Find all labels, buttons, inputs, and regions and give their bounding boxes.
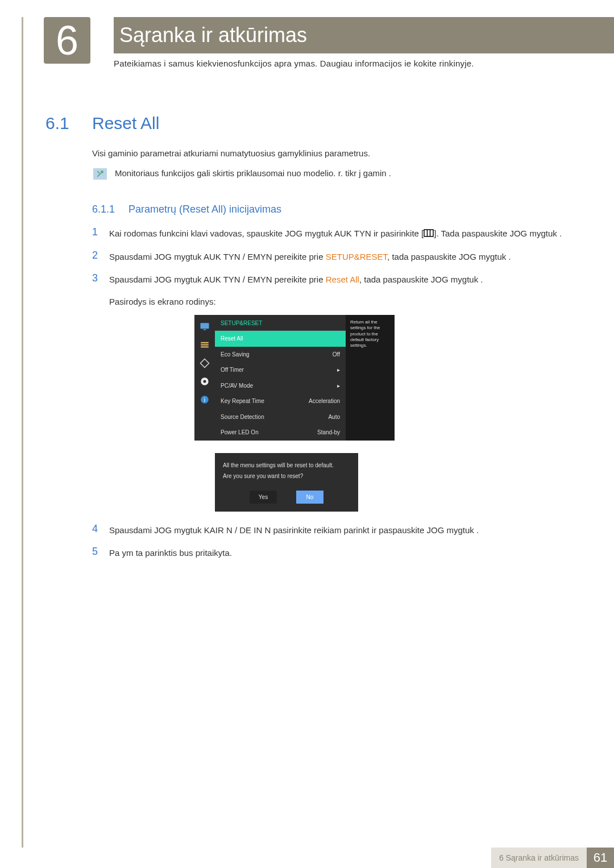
svg-rect-4 <box>204 329 206 330</box>
chapter-title-bar: Sąranka ir atkūrimas <box>114 17 614 53</box>
svg-rect-6 <box>201 344 209 345</box>
osd-row-label: PC/AV Mode <box>221 381 253 391</box>
step-text: Spausdami JOG mygtuk KAIR N / DE IN N pa… <box>109 523 479 538</box>
steps-list-continued: 4 Spausdami JOG mygtuk KAIR N / DE IN N … <box>92 523 569 569</box>
yes-button[interactable]: Yes <box>250 491 277 504</box>
left-margin-stripe <box>22 17 23 848</box>
step-text-part: Spausdami JOG mygtuk AUK TYN / EMYN pere… <box>109 252 326 261</box>
osd-row-value: Auto <box>328 412 340 422</box>
section-title: Reset All <box>92 114 159 133</box>
section-intro-text: Visi gaminio parametrai atkuriami numaty… <box>92 147 370 160</box>
osd-row-label: Reset All <box>221 334 243 344</box>
info-note: Monitoriaus funkcijos gali skirtis prikl… <box>93 168 391 180</box>
resize-icon <box>198 357 211 369</box>
osd-row-value: Stand-by <box>317 427 340 438</box>
page-footer: 6 Sąranka ir atkūrimas 61 <box>0 848 614 868</box>
no-button[interactable]: No <box>296 491 323 504</box>
osd-row-reset-all: Reset All <box>215 331 346 347</box>
osd-dialog-text: All the menu settings will be reset to d… <box>223 461 350 480</box>
step-text-part: Spausdami JOG mygtuk AUK TYN / EMYN pere… <box>109 275 326 284</box>
osd-row-value: Acceleration <box>309 396 340 406</box>
step-text: Spausdami JOG mygtuk AUK TYN / EMYN pere… <box>109 250 511 264</box>
osd-description-panel: Return all the settings for the product … <box>346 315 395 441</box>
step-text-part: Kai rodomas funkcini klavi vadovas, spau… <box>109 229 424 238</box>
info-circle-icon: i <box>198 393 211 406</box>
osd-dialog-buttons: Yes No <box>223 491 350 504</box>
steps-list: 1 Kai rodomas funkcini klavi vadovas, sp… <box>92 226 569 531</box>
info-icon <box>93 168 107 180</box>
step-5: 5 Pa ym ta parinktis bus pritaikyta. <box>92 546 569 560</box>
osd-row-label: Power LED On <box>221 427 259 438</box>
step-text: Pa ym ta parinktis bus pritaikyta. <box>109 546 232 560</box>
osd-screenshot: i SETUP&RESET Reset All Eco SavingOff Of… <box>194 315 483 512</box>
step-number: 4 <box>92 523 109 538</box>
section-number: 6.1 <box>45 114 69 133</box>
svg-point-9 <box>204 380 206 383</box>
step-text: Spausdami JOG mygtuk AUK TYN / EMYN pere… <box>109 272 483 523</box>
footer-chapter-label: 6 Sąranka ir atkūrimas <box>491 848 587 868</box>
svg-rect-5 <box>201 342 209 343</box>
info-note-text: Monitoriaus funkcijos gali skirtis prikl… <box>115 168 391 178</box>
step-text: Kai rodomas funkcini klavi vadovas, spau… <box>109 226 562 242</box>
osd-dialog-line: All the menu settings will be reset to d… <box>223 461 350 470</box>
subsection-number: 6.1.1 <box>92 203 115 215</box>
chapter-subtitle: Pateikiamas i samus kiekvienosfunkcijos … <box>114 57 474 70</box>
step-4: 4 Spausdami JOG mygtuk KAIR N / DE IN N … <box>92 523 569 538</box>
footer-page-number: 61 <box>587 848 614 868</box>
osd-row-off-timer: Off Timer▸ <box>215 362 346 378</box>
monitor-icon <box>198 321 211 333</box>
step-text-part: , tada paspauskite JOG mygtuk . <box>387 252 511 261</box>
osd-row-value: Off <box>333 350 340 360</box>
highlight-setup-reset: SETUP&RESET <box>326 252 387 261</box>
svg-rect-7 <box>201 346 209 347</box>
svg-rect-3 <box>201 323 209 329</box>
step-number: 2 <box>92 250 109 264</box>
step-2: 2 Spausdami JOG mygtuk AUK TYN / EMYN pe… <box>92 250 569 264</box>
step-text-part: , tada paspauskite JOG mygtuk . <box>359 275 483 284</box>
highlight-reset-all: Reset All <box>326 275 359 284</box>
osd-row-label: Key Repeat Time <box>221 396 264 406</box>
osd-row-power-led: Power LED OnStand-by <box>215 425 346 441</box>
osd-row-label: Eco Saving <box>221 350 250 360</box>
osd-row-eco-saving: Eco SavingOff <box>215 347 346 363</box>
osd-dialog-line: Are you sure you want to reset? <box>223 472 350 480</box>
osd-row-label: Source Detection <box>221 412 264 422</box>
osd-row-value: ▸ <box>337 381 340 391</box>
osd-row-source-detection: Source DetectionAuto <box>215 409 346 425</box>
step-text-part: ]. Tada paspauskite JOG mygtuk . <box>434 229 562 238</box>
osd-row-pc-av: PC/AV Mode▸ <box>215 378 346 394</box>
gear-icon <box>198 375 211 388</box>
osd-menu: i SETUP&RESET Reset All Eco SavingOff Of… <box>194 315 483 441</box>
subsection-title: Parametrų (Reset All) inicijavimas <box>128 203 281 215</box>
step-3: 3 Spausdami JOG mygtuk AUK TYN / EMYN pe… <box>92 272 569 523</box>
menu-icon <box>424 227 434 242</box>
osd-main-panel: SETUP&RESET Reset All Eco SavingOff Off … <box>215 315 346 441</box>
osd-header: SETUP&RESET <box>215 315 346 331</box>
step-number: 1 <box>92 226 109 242</box>
osd-row-key-repeat: Key Repeat TimeAcceleration <box>215 393 346 409</box>
chapter-number-badge: 6 <box>44 17 90 64</box>
step-number: 3 <box>92 272 109 523</box>
osd-row-value: ▸ <box>337 365 340 375</box>
step-number: 5 <box>92 546 109 560</box>
osd-row-label: Off Timer <box>221 365 244 375</box>
picture-icon <box>198 339 211 351</box>
step-1: 1 Kai rodomas funkcini klavi vadovas, sp… <box>92 226 569 242</box>
svg-rect-0 <box>424 230 433 236</box>
osd-sidebar: i <box>194 315 215 441</box>
step-text-part: Pasirodys is ekrano rodinys: <box>109 294 483 309</box>
svg-text:i: i <box>204 396 205 403</box>
osd-confirm-dialog: All the menu settings will be reset to d… <box>215 453 358 512</box>
